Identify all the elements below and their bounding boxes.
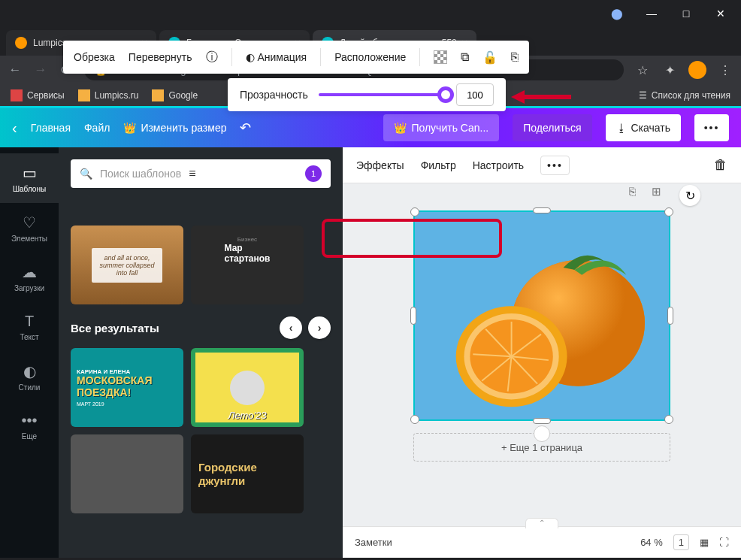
effects-button[interactable]: Эффекты: [356, 159, 404, 171]
resize-handle[interactable]: [410, 207, 419, 216]
transparency-slider[interactable]: [319, 93, 446, 96]
filter-button[interactable]: Фильтр: [421, 159, 456, 171]
transparency-label: Прозрачность: [240, 89, 308, 101]
profile-avatar[interactable]: [688, 61, 706, 79]
crop-button[interactable]: Обрезка: [74, 51, 115, 63]
page-count[interactable]: 1: [673, 534, 689, 550]
notes-button[interactable]: Заметки: [355, 537, 392, 548]
star-icon[interactable]: ☆: [634, 63, 651, 77]
rotate-handle[interactable]: ↻: [679, 185, 700, 206]
home-link[interactable]: Главная: [31, 122, 71, 134]
list-icon: ☰: [639, 90, 647, 101]
resize-handle[interactable]: [664, 207, 673, 216]
share-button[interactable]: Поделиться: [513, 114, 591, 141]
resize-button[interactable]: 👑Изменить размер: [123, 122, 226, 134]
template-thumb[interactable]: [71, 434, 183, 513]
maximize-button[interactable]: □: [669, 2, 703, 25]
sync-icon[interactable]: [534, 425, 550, 442]
duplicate-page-icon[interactable]: ⎘: [624, 185, 640, 201]
minimize-button[interactable]: —: [634, 2, 669, 25]
bookmark-google[interactable]: Google: [152, 89, 198, 101]
filter-badge: 1: [305, 165, 322, 182]
toolbar-more-button[interactable]: •••: [540, 156, 570, 175]
bookmark-lumpics[interactable]: Lumpics.ru: [78, 89, 139, 101]
resize-handle[interactable]: [410, 415, 419, 424]
sidebar-templates[interactable]: ▭Шаблоны: [0, 153, 59, 203]
transparency-icon[interactable]: [434, 50, 447, 64]
grid-icon: [11, 89, 23, 101]
sidebar-uploads[interactable]: ☁Загрузки: [0, 253, 59, 302]
templates-panel: 🔍 Поиск шаблонов ≡ 1 and all at once, su…: [59, 147, 343, 558]
template-thumb[interactable]: КАРИНА И ЕЛЕНА МОСКОВСКАЯ ПОЕЗДКА! МАРТ …: [71, 348, 183, 427]
transparency-popover: Прозрачность 100: [228, 78, 506, 111]
forward-button[interactable]: →: [33, 62, 48, 77]
copy-icon[interactable]: ⎘: [511, 50, 519, 64]
flip-button[interactable]: Перевернуть: [129, 51, 192, 63]
download-button[interactable]: ⭳Скачать: [606, 114, 682, 141]
search-icon: 🔍: [80, 168, 92, 180]
fullscreen-icon[interactable]: ⛶: [719, 537, 729, 548]
close-button[interactable]: ✕: [703, 2, 738, 25]
file-menu[interactable]: Файл: [84, 122, 110, 134]
lock-icon[interactable]: 🔓: [482, 50, 498, 65]
template-thumb[interactable]: Лето'23: [191, 348, 304, 427]
resize-handle[interactable]: [667, 307, 673, 325]
resize-handle[interactable]: [664, 415, 673, 424]
download-icon: ⭳: [616, 122, 627, 134]
sidebar-more[interactable]: •••Еще: [0, 401, 59, 451]
canva-topbar: ‹ Главная Файл 👑Изменить размер ↶ 👑Получ…: [0, 108, 741, 147]
update-icon[interactable]: ⬤: [600, 2, 634, 25]
context-toolbar: Обрезка Перевернуть ⓘ ◐ Анимация Располо…: [63, 41, 529, 74]
filter-icon[interactable]: ≡: [189, 167, 195, 180]
elements-icon: ♡: [23, 213, 36, 232]
slider-thumb[interactable]: [437, 86, 454, 103]
topbar-more-button[interactable]: •••: [694, 114, 729, 141]
svg-marker-14: [511, 90, 525, 104]
add-page-button[interactable]: + Еще 1 страница: [413, 433, 670, 462]
resize-handle[interactable]: [533, 207, 551, 213]
template-search[interactable]: 🔍 Поиск шаблонов ≡ 1: [71, 159, 331, 188]
reading-list-button[interactable]: ☰Список для чтения: [639, 90, 730, 101]
annotation-highlight: [322, 219, 502, 258]
footer-expand-icon[interactable]: ⌃: [525, 518, 558, 528]
home-back-icon[interactable]: ‹: [12, 120, 17, 137]
grid-view-icon[interactable]: ▦: [700, 537, 709, 548]
sidebar-elements[interactable]: ♡Элементы: [0, 203, 59, 253]
animation-button[interactable]: ◐ Анимация: [246, 51, 307, 63]
undo-button[interactable]: ↶: [240, 120, 251, 136]
crown-icon: 👑: [123, 122, 136, 134]
resize-handle[interactable]: [410, 307, 416, 325]
extensions-icon[interactable]: ✦: [661, 63, 678, 77]
link-icon[interactable]: ⧉: [461, 50, 469, 64]
sidebar: ▭Шаблоны ♡Элементы ☁Загрузки TТекст ◐Сти…: [0, 147, 59, 558]
canvas-area: Эффекты Фильтр Настроить ••• 🗑 ⎘ ⊞ ↻: [343, 147, 741, 558]
sidebar-styles[interactable]: ◐Стили: [0, 352, 59, 401]
browser-menu-icon[interactable]: ⋮: [717, 63, 733, 77]
back-button[interactable]: ←: [8, 62, 23, 77]
delete-button[interactable]: 🗑: [714, 157, 727, 173]
favicon-icon: [15, 37, 27, 49]
adjust-button[interactable]: Настроить: [473, 159, 524, 171]
template-thumb[interactable]: and all at once, summer collapsed into f…: [71, 226, 183, 304]
bookmark-services[interactable]: Сервисы: [11, 89, 65, 101]
canvas-footer: ⌃ Заметки 64 % 1 ▦ ⛶: [343, 526, 741, 558]
prev-arrow[interactable]: ‹: [280, 316, 302, 339]
image-toolbar: Эффекты Фильтр Настроить ••• 🗑: [343, 147, 741, 183]
template-thumb[interactable]: Городские джунгли: [191, 434, 304, 513]
styles-icon: ◐: [23, 362, 36, 380]
more-icon: •••: [21, 412, 37, 429]
resize-handle[interactable]: [533, 418, 551, 424]
animation-icon: ◐: [246, 51, 258, 63]
add-page-icon[interactable]: ⊞: [648, 185, 664, 201]
uploads-icon: ☁: [22, 263, 37, 281]
transparency-value[interactable]: 100: [456, 83, 494, 106]
text-icon: T: [25, 313, 34, 330]
folder-icon: [152, 89, 164, 101]
template-thumb[interactable]: БизнесМар стартанов: [191, 226, 304, 304]
get-canva-button[interactable]: 👑Получить Can...: [383, 114, 499, 141]
zoom-level[interactable]: 64 %: [640, 537, 663, 548]
info-icon[interactable]: ⓘ: [206, 50, 218, 65]
sidebar-text[interactable]: TТекст: [0, 302, 59, 352]
position-button[interactable]: Расположение: [334, 51, 406, 63]
next-arrow[interactable]: ›: [308, 316, 331, 339]
